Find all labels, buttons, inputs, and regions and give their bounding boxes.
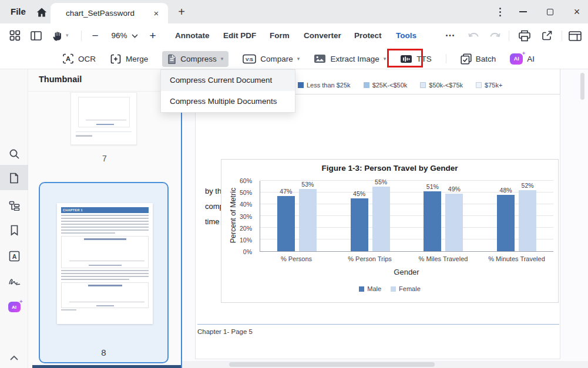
compress-icon — [167, 54, 176, 64]
chart-bar: 52% — [519, 190, 536, 251]
zoom-in-button[interactable]: + — [146, 23, 160, 48]
tab-form[interactable]: Form — [270, 23, 290, 48]
thumbnail-panel-title: Thumbnail — [39, 75, 82, 84]
toolbar-separator — [81, 31, 82, 41]
menu-item-compress-multiple[interactable]: Compress Multiple Documents — [161, 91, 295, 112]
share-export-icon[interactable] — [542, 31, 553, 41]
chart-bar: 45% — [351, 198, 368, 251]
hand-tool-icon[interactable] — [52, 30, 63, 42]
search-icon[interactable] — [0, 142, 28, 166]
compare-icon: V:S — [243, 54, 256, 64]
compare-caret-icon: ▾ — [297, 56, 300, 62]
thumb7-chart-sketch — [78, 97, 130, 127]
grid-view-icon[interactable] — [9, 30, 21, 41]
merge-button[interactable]: Merge — [110, 54, 148, 64]
extract-image-label: Extract Image — [330, 55, 379, 63]
document-area: Less than $25k$25K-<$50k$50k-<$75k$75k+ … — [182, 69, 588, 368]
thumbnail-page-7[interactable] — [70, 92, 137, 145]
zoom-out-button[interactable]: − — [88, 23, 102, 48]
tab-converter[interactable]: Converter — [304, 23, 341, 48]
panel-layout-icon[interactable] — [31, 31, 42, 40]
chart-bar: 48% — [497, 195, 515, 251]
outline-tree-icon[interactable] — [0, 194, 28, 217]
ocr-icon: A — [62, 53, 74, 64]
chart-bar: 53% — [299, 189, 317, 251]
vertical-scrollbar-thumb[interactable] — [580, 73, 584, 100]
compress-button[interactable]: Compress ▾ — [162, 51, 229, 67]
tab-annotate[interactable]: Annotate — [175, 23, 210, 48]
merge-icon — [110, 54, 122, 64]
chart-legend: MaleFemale — [221, 285, 558, 292]
ocr-label: OCR — [78, 55, 96, 63]
legend-swatch — [420, 82, 426, 88]
signature-icon[interactable] — [0, 269, 28, 293]
thumb8-chapter-bar: CHAPTER 1 — [61, 207, 149, 213]
chart-bar: 51% — [424, 191, 441, 251]
chart-categories: % Persons% Person Trips% Miles Traveled%… — [260, 255, 553, 264]
menu-item-compress-current[interactable]: Compress Current Document — [161, 70, 295, 91]
page-up-icon[interactable] — [0, 346, 28, 368]
undo-icon[interactable] — [467, 31, 479, 40]
extract-image-button[interactable]: Extract Image ▾ — [314, 54, 386, 63]
merge-label: Merge — [126, 55, 148, 63]
reading-mode-icon[interactable] — [569, 31, 582, 41]
pdf-page: Less than $25k$25K-<$50k$50k-<$75k$75k+ … — [195, 69, 560, 359]
chart-x-axis-label: Gender — [260, 268, 553, 276]
ai-sidebar-icon[interactable]: AI+ — [0, 295, 28, 319]
window-maximize-button[interactable] — [540, 0, 559, 23]
chart-bar: 47% — [277, 196, 295, 251]
ai-icon: AI+ — [510, 53, 523, 65]
thumb8-chart1-sketch — [61, 236, 149, 268]
compress-dropdown-menu: Compress Current Document Compress Multi… — [160, 69, 295, 113]
batch-button[interactable]: Batch — [461, 53, 496, 65]
more-tools-icon[interactable]: ••• — [442, 23, 459, 48]
horizontal-scrollbar-thumb[interactable] — [229, 362, 435, 367]
window-minimize-button[interactable] — [513, 0, 532, 23]
new-tab-button[interactable]: + — [174, 4, 189, 19]
chart-plot: 47%53%45%55%51%49%48%52% — [260, 181, 553, 252]
annotation-a-icon[interactable]: A — [0, 244, 28, 268]
svg-text:A: A — [66, 55, 70, 62]
thumbnail-panel-icon[interactable] — [0, 166, 28, 190]
chart-title: Figure 1-3: Person Travel by Gender — [221, 164, 558, 173]
tab-close-icon[interactable]: × — [150, 8, 162, 19]
ai-button[interactable]: AI+ AI — [510, 53, 535, 65]
tab-protect[interactable]: Protect — [354, 23, 382, 48]
zoom-caret-icon[interactable] — [132, 34, 138, 38]
redo-icon[interactable] — [489, 31, 502, 40]
thumbnail-panel: Thumbnail 7 CHAPTER 1 — [28, 69, 182, 368]
horizontal-scrollbar-track[interactable] — [182, 361, 588, 368]
tab-title: chart_SetPassword — [66, 9, 150, 18]
kebab-menu-icon[interactable] — [492, 0, 508, 23]
tts-button[interactable]: TTS — [400, 55, 432, 63]
ai-badge: AI+ — [8, 302, 21, 312]
hand-tool-caret-icon[interactable]: ▾ — [66, 32, 69, 38]
window-close-button[interactable]: × — [567, 0, 586, 23]
thumb8-page-sketch: CHAPTER 1 — [57, 203, 153, 324]
home-button[interactable] — [34, 5, 49, 19]
chart-yticks: 0%10%20%30%40%50%60% — [221, 181, 256, 252]
document-tab[interactable]: chart_SetPassword × — [51, 3, 168, 23]
tab-edit-pdf[interactable]: Edit PDF — [223, 23, 256, 48]
print-icon[interactable] — [518, 30, 531, 42]
compare-button[interactable]: V:S Compare ▾ — [243, 54, 300, 64]
title-bar: File chart_SetPassword × + × — [0, 0, 588, 23]
extract-image-icon — [314, 54, 326, 63]
batch-icon — [461, 53, 472, 65]
toolbar-separator — [509, 31, 509, 41]
legend-item: $25K-<$50k — [364, 82, 408, 89]
tab-tools[interactable]: Tools — [396, 23, 416, 48]
thumbnail-page-8-selected[interactable]: CHAPTER 1 — [39, 182, 169, 363]
compare-label: Compare — [260, 55, 293, 63]
main-toolbar: ▾ − 96% + Annotate Edit PDF Form Convert… — [0, 23, 588, 48]
page-footer-rule — [197, 324, 559, 325]
file-menu[interactable]: File — [11, 0, 26, 23]
bookmark-icon[interactable] — [0, 218, 28, 242]
ocr-button[interactable]: A OCR — [62, 53, 96, 64]
ai-label: AI — [527, 55, 535, 63]
compress-caret-icon: ▾ — [221, 56, 224, 62]
chart-bar: 55% — [372, 187, 390, 251]
prev-figure-legend: Less than $25k$25K-<$50k$50k-<$75k$75k+ — [263, 69, 560, 94]
zoom-level[interactable]: 96% — [106, 23, 133, 48]
app-window: File chart_SetPassword × + × ▾ − 96% + — [0, 0, 588, 368]
